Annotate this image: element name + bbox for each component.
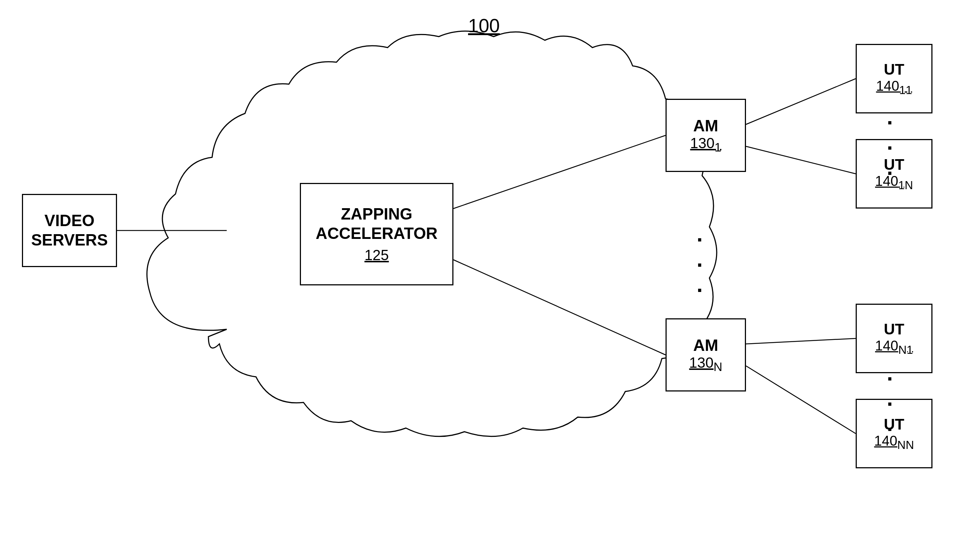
- ut1N-box: UT 1401N: [856, 139, 932, 209]
- amN-id: 130N: [689, 354, 722, 374]
- ut1-ellipsis: ···: [887, 110, 893, 185]
- svg-line-1: [453, 136, 665, 209]
- utN1-id: 140N1: [875, 338, 913, 357]
- am1-id: 1301: [690, 135, 721, 155]
- svg-line-6: [746, 366, 856, 434]
- utN1-box: UT 140N1: [856, 304, 932, 373]
- utNN-box: UT 140NN: [856, 399, 932, 468]
- svg-line-5: [746, 338, 856, 344]
- am1-label: AM: [693, 117, 718, 135]
- ut11-id: 14011: [876, 78, 912, 97]
- zapping-accelerator-label: ZAPPINGACCELERATOR: [316, 204, 438, 243]
- diagram-lines: [0, 0, 980, 536]
- ut1N-id: 1401N: [875, 174, 913, 192]
- utNN-id: 140NN: [874, 433, 914, 452]
- diagram: 100 VIDEOSERVERS ZAPPINGACCELERATOR 125 …: [0, 0, 980, 536]
- ut11-label: UT: [884, 61, 904, 78]
- zapping-accelerator-id: 125: [364, 246, 389, 264]
- utN-ellipsis: ···: [887, 366, 893, 442]
- utN1-label: UT: [884, 321, 904, 338]
- am-ellipsis: ···: [697, 227, 703, 303]
- zapping-accelerator-box: ZAPPINGACCELERATOR 125: [300, 183, 453, 286]
- am1-box: AM 1301: [665, 99, 746, 172]
- svg-line-4: [746, 146, 856, 174]
- ut11-box: UT 14011: [856, 44, 932, 113]
- svg-line-2: [453, 260, 665, 355]
- svg-line-3: [746, 79, 856, 124]
- amN-box: AM 130N: [665, 318, 746, 391]
- amN-label: AM: [693, 336, 718, 354]
